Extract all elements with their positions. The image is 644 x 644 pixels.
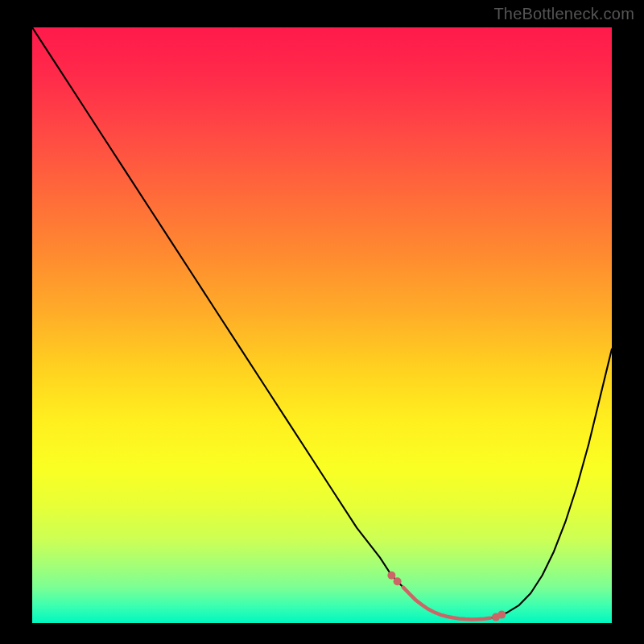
bottleneck-curve-line bbox=[32, 27, 612, 620]
trough-marker-dot bbox=[394, 577, 402, 585]
bottleneck-curve-svg bbox=[32, 27, 612, 623]
plot-area bbox=[32, 27, 612, 623]
trough-marker-dot bbox=[387, 572, 395, 580]
trough-marker-dot bbox=[497, 611, 506, 619]
trough-markers bbox=[387, 572, 506, 621]
watermark-text: TheBottleneck.com bbox=[493, 5, 634, 23]
trough-flat-segment bbox=[403, 588, 490, 620]
chart-frame: TheBottleneck.com bbox=[0, 0, 644, 644]
